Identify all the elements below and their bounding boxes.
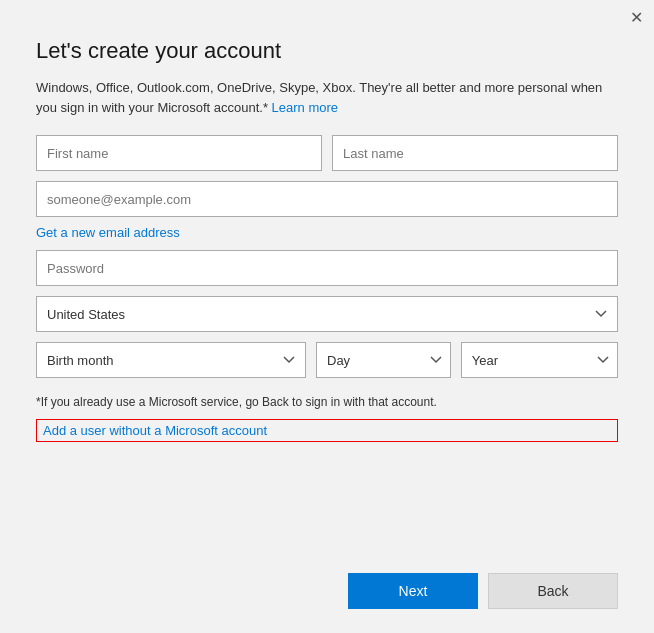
- title-bar: ✕: [0, 0, 654, 28]
- notice-text: *If you already use a Microsoft service,…: [36, 394, 618, 411]
- new-email-link[interactable]: Get a new email address: [36, 225, 618, 240]
- birth-day-select[interactable]: Day 1234 5678 9101112 13141516 17181920 …: [316, 342, 451, 378]
- first-name-input[interactable]: [36, 135, 322, 171]
- back-button[interactable]: Back: [488, 573, 618, 609]
- country-select[interactable]: United States Canada United Kingdom Aust…: [36, 296, 618, 332]
- birth-month-select[interactable]: Birth month January February March April…: [36, 342, 306, 378]
- create-account-dialog: ✕ Let's create your account Windows, Off…: [0, 0, 654, 633]
- name-row: [36, 135, 618, 171]
- country-wrapper: United States Canada United Kingdom Aust…: [36, 296, 618, 342]
- birthdate-row: Birth month January February March April…: [36, 342, 618, 378]
- bottom-bar: Next Back: [0, 557, 654, 633]
- next-button[interactable]: Next: [348, 573, 478, 609]
- email-input[interactable]: [36, 181, 618, 217]
- close-button[interactable]: ✕: [626, 8, 646, 28]
- last-name-input[interactable]: [332, 135, 618, 171]
- password-input[interactable]: [36, 250, 618, 286]
- birth-year-select[interactable]: Year 2000199919981997 1996199519901985 1…: [461, 342, 618, 378]
- dialog-content: Let's create your account Windows, Offic…: [0, 28, 654, 557]
- learn-more-link[interactable]: Learn more: [272, 100, 338, 115]
- description-text: Windows, Office, Outlook.com, OneDrive, …: [36, 78, 618, 117]
- page-title: Let's create your account: [36, 38, 618, 64]
- add-user-link[interactable]: Add a user without a Microsoft account: [36, 419, 618, 442]
